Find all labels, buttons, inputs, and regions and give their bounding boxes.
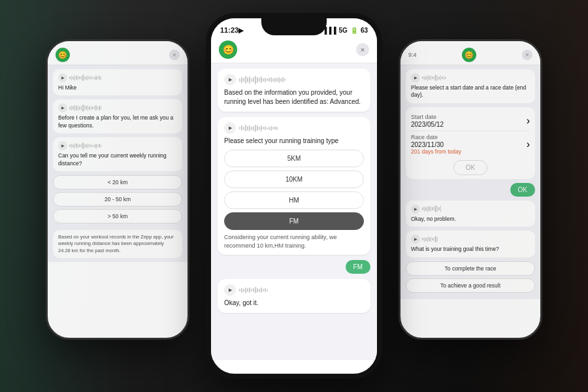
left-msg-3-text: Can you tell me your current weekly runn… — [58, 152, 167, 166]
right-date-picker: Start date 2023/05/12 › Race date 2023/1… — [406, 107, 535, 179]
right-msg-3-text: What is your training goal this time? — [411, 246, 499, 252]
left-play-1[interactable]: ▶ — [58, 73, 67, 82]
center-msg-2: ▶ Please select your running training ty… — [218, 117, 370, 255]
right-avatar: 😊 — [462, 48, 476, 62]
right-phone: 9:4 😊 × ▶ Please select a start date and… — [399, 39, 542, 340]
right-chat-body: ▶ Please select a start date and a race … — [400, 65, 540, 299]
center-waveform-2 — [239, 125, 364, 132]
right-ok-inactive-btn[interactable]: OK — [453, 160, 487, 175]
left-avatar: 😊 — [56, 48, 70, 62]
right-race-value: 2023/11/30 — [411, 141, 461, 148]
center-choice-10km[interactable]: 10KM — [224, 171, 364, 188]
center-waveform-3 — [239, 287, 364, 293]
right-wave-2 — [422, 205, 530, 212]
center-avatar: 😊 — [219, 41, 237, 59]
center-msg-3: ▶ Okay, got it. — [218, 279, 370, 313]
right-choice-complete[interactable]: To complete the race — [406, 261, 535, 276]
center-audio-1: ▶ — [224, 74, 364, 86]
left-audio-3: ▶ — [58, 141, 177, 150]
right-start-value: 2023/05/12 — [411, 121, 444, 128]
left-wave-1 — [69, 74, 177, 81]
right-ok-inactive-container: OK — [411, 160, 530, 175]
right-race-sub: 201 days from today — [411, 148, 461, 155]
right-msg-3: ▶ What is your training goal this time? — [406, 231, 535, 257]
right-wave-1 — [422, 74, 530, 81]
right-play-1[interactable]: ▶ — [411, 73, 420, 82]
left-msg-1-text: Hi Mike — [58, 84, 76, 91]
center-msg-2-text: Please select your running training type — [224, 137, 338, 144]
center-play-2[interactable]: ▶ — [224, 122, 236, 134]
right-status-time: 9:4 — [408, 52, 417, 58]
center-choice-fm[interactable]: FM — [224, 212, 364, 230]
right-msg-1: ▶ Please select a start date and a race … — [406, 69, 535, 103]
right-wave-3 — [422, 236, 530, 242]
center-audio-3: ▶ — [224, 284, 364, 296]
center-user-msg-container: FM — [218, 260, 370, 274]
left-msg-2: ▶ Before I create a plan for you, let me… — [53, 99, 182, 133]
center-play-1[interactable]: ▶ — [224, 74, 236, 86]
left-choice-less20[interactable]: < 20 km — [53, 175, 182, 189]
left-msg-2-text: Before I create a plan for you, let me a… — [58, 114, 173, 128]
center-notch — [261, 18, 327, 35]
center-close-btn[interactable]: × — [356, 43, 369, 56]
right-user-ok: OK — [510, 183, 535, 197]
right-race-label: Race date — [411, 134, 461, 140]
5g-label: 5G — [339, 27, 348, 34]
left-close-btn[interactable]: × — [169, 50, 180, 60]
center-recommendation: Considering your current running ability… — [224, 233, 364, 250]
right-choice-goodresult[interactable]: To achieve a good result — [406, 278, 535, 293]
right-audio-1: ▶ — [411, 73, 530, 82]
center-choice-5km[interactable]: 5KM — [224, 150, 364, 167]
left-play-2[interactable]: ▶ — [58, 103, 67, 112]
center-location-icon: ▶ — [238, 27, 244, 34]
left-audio-1: ▶ — [58, 73, 177, 82]
left-chat-body: ▶ Hi Mike ▶ Before I create a plan for y… — [48, 65, 188, 262]
right-phone-header: 9:4 😊 × — [400, 41, 540, 65]
left-choice-more50[interactable]: > 50 km — [53, 209, 182, 223]
left-msg-3: ▶ Can you tell me your current weekly ru… — [53, 137, 182, 171]
center-msg-1: ▶ Based on the information you provided,… — [218, 69, 370, 112]
battery-percent: 63 — [361, 27, 368, 34]
right-start-chevron: › — [527, 115, 530, 127]
right-play-3[interactable]: ▶ — [411, 235, 420, 244]
left-wave-3 — [69, 142, 177, 149]
right-msg-1-text: Please select a start date and a race da… — [411, 84, 526, 98]
center-waveform-1 — [239, 76, 364, 84]
center-time: 11:23 — [220, 26, 238, 34]
right-close-btn[interactable]: × — [522, 50, 532, 60]
center-audio-2: ▶ — [224, 122, 364, 134]
right-start-label: Start date — [411, 114, 444, 120]
phones-container: 😊 × ▶ Hi Mike ▶ — [0, 0, 588, 392]
battery-icon: 🔋 — [350, 27, 358, 34]
center-play-3[interactable]: ▶ — [224, 284, 236, 296]
left-phone: 😊 × ▶ Hi Mike ▶ — [46, 39, 189, 340]
center-phone: 11:23 ▶ ▐▐▐ 5G 🔋 63 😊 × ▶ — [206, 13, 382, 379]
left-msg-1: ▶ Hi Mike — [53, 69, 182, 95]
left-choices: < 20 km 20 - 50 km > 50 km — [53, 175, 182, 226]
center-training-choices: 5KM 10KM HM FM — [224, 150, 364, 230]
left-play-3[interactable]: ▶ — [58, 141, 67, 150]
right-start-date-row[interactable]: Start date 2023/05/12 › — [411, 111, 530, 131]
right-play-2[interactable]: ▶ — [411, 204, 420, 214]
center-user-msg-fm: FM — [346, 260, 370, 274]
right-audio-2: ▶ — [411, 204, 530, 214]
right-goal-choices: To complete the race To achieve a good r… — [406, 261, 535, 295]
right-user-msg-container: OK — [406, 183, 535, 197]
center-status-icons: ▐▐▐ 5G 🔋 63 — [322, 27, 368, 34]
left-choice-2050[interactable]: 20 - 50 km — [53, 192, 182, 206]
center-msg-3-text: Okay, got it. — [224, 299, 259, 306]
right-audio-3: ▶ — [411, 235, 530, 244]
left-info: Based on your workout records in the Zep… — [53, 230, 182, 257]
left-phone-header: 😊 × — [48, 41, 188, 65]
center-chat-header: 😊 × — [211, 37, 377, 63]
right-msg-2-text: Okay, no problem. — [411, 216, 456, 222]
center-msg-1-text: Based on the information you provided, y… — [224, 89, 361, 105]
right-race-chevron: › — [527, 139, 530, 150]
right-msg-2: ▶ Okay, no problem. — [406, 201, 535, 227]
center-chat-body: ▶ Based on the information you provided,… — [211, 63, 377, 360]
center-choice-hm[interactable]: HM — [224, 191, 364, 209]
left-wave-2 — [69, 105, 177, 112]
left-audio-2: ▶ — [58, 103, 177, 112]
right-race-date-row[interactable]: Race date 2023/11/30 201 days from today… — [411, 131, 530, 157]
